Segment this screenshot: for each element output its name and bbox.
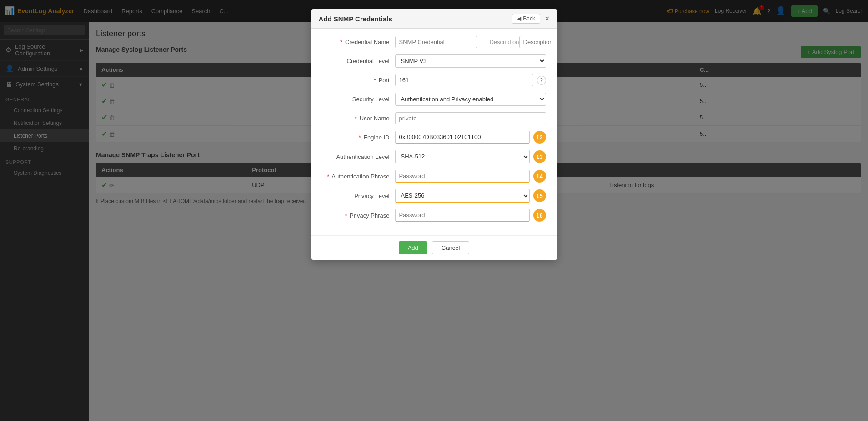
privacy-level-label: Privacy Level bbox=[322, 193, 395, 199]
modal-header: Add SNMP Credentials ◀ Back × bbox=[311, 9, 557, 29]
engine-id-label: * Engine ID bbox=[322, 134, 395, 141]
credential-level-row: Credential Level SNMP V1 SNMP V2c SNMP V… bbox=[322, 54, 546, 68]
auth-phrase-input[interactable] bbox=[395, 170, 530, 183]
auth-level-label: Authentication Level bbox=[322, 154, 395, 160]
modal-cancel-button[interactable]: Cancel bbox=[432, 241, 469, 254]
privacy-phrase-label: * Privacy Phrase bbox=[322, 212, 395, 219]
modal-title: Add SNMP Credentials bbox=[319, 15, 392, 23]
port-row: * Port ? bbox=[322, 74, 546, 86]
modal-close-button[interactable]: × bbox=[545, 14, 550, 24]
auth-level-select[interactable]: MD5 SHA-1 SHA-256 SHA-512 bbox=[395, 150, 530, 163]
username-label: * User Name bbox=[322, 115, 395, 122]
privacy-level-select[interactable]: DES AES-128 AES-256 bbox=[395, 189, 530, 203]
add-snmp-modal: Add SNMP Credentials ◀ Back × * Credenti… bbox=[311, 9, 557, 260]
username-row: * User Name bbox=[322, 112, 546, 124]
modal-header-right: ◀ Back × bbox=[512, 14, 549, 24]
credential-level-select[interactable]: SNMP V1 SNMP V2c SNMP V3 bbox=[395, 54, 546, 68]
credential-level-label: Credential Level bbox=[322, 58, 395, 64]
security-level-select[interactable]: No Authentication, No Privacy Authentica… bbox=[395, 93, 546, 106]
username-input[interactable] bbox=[395, 112, 546, 124]
engine-id-row: * Engine ID 12 bbox=[322, 131, 546, 144]
port-label: * Port bbox=[322, 77, 395, 84]
modal-body: * Credential Name Description Credential… bbox=[311, 29, 557, 235]
step-13-badge: 13 bbox=[533, 150, 546, 163]
modal-add-button[interactable]: Add bbox=[399, 241, 427, 254]
credential-name-row: * Credential Name Description bbox=[322, 36, 546, 48]
auth-level-row: Authentication Level MD5 SHA-1 SHA-256 S… bbox=[322, 150, 546, 163]
auth-phrase-label: * Authentication Phrase bbox=[322, 173, 395, 180]
privacy-level-row: Privacy Level DES AES-128 AES-256 15 bbox=[322, 189, 546, 203]
description-input[interactable] bbox=[519, 36, 557, 48]
step-14-badge: 14 bbox=[533, 170, 546, 183]
modal-overlay[interactable]: Add SNMP Credentials ◀ Back × * Credenti… bbox=[0, 0, 868, 421]
privacy-phrase-row: * Privacy Phrase 16 bbox=[322, 209, 546, 222]
credential-name-label: * Credential Name bbox=[322, 39, 395, 45]
back-arrow-icon: ◀ bbox=[517, 15, 521, 22]
credential-name-input[interactable] bbox=[395, 36, 477, 48]
modal-footer: Add Cancel bbox=[311, 235, 557, 260]
security-level-row: Security Level No Authentication, No Pri… bbox=[322, 93, 546, 106]
step-16-badge: 16 bbox=[533, 209, 546, 222]
auth-phrase-row: * Authentication Phrase 14 bbox=[322, 170, 546, 183]
modal-back-button[interactable]: ◀ Back bbox=[512, 14, 540, 24]
description-label: Description bbox=[486, 39, 519, 45]
port-help-button[interactable]: ? bbox=[537, 76, 546, 85]
security-level-label: Security Level bbox=[322, 96, 395, 103]
step-12-badge: 12 bbox=[533, 131, 546, 144]
port-input[interactable] bbox=[395, 74, 533, 86]
engine-id-input[interactable] bbox=[395, 131, 530, 144]
step-15-badge: 15 bbox=[533, 189, 546, 202]
privacy-phrase-input[interactable] bbox=[395, 209, 530, 222]
